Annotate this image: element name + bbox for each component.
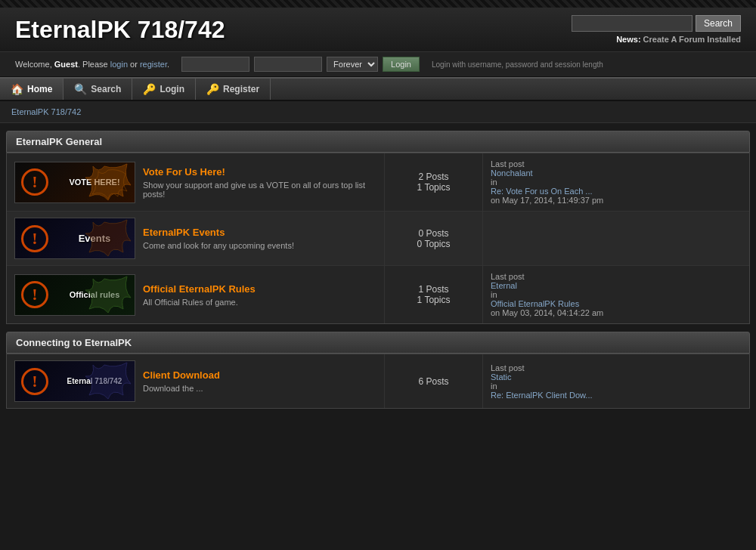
session-select[interactable]: Forever 1 Hour 1 Day xyxy=(327,57,378,72)
forum-events-cell: ! Events EternalPK Events Come and look … xyxy=(7,212,385,265)
forum-rules-lastpost: Last post Eternal in Official EternalPK … xyxy=(483,266,749,323)
client-posts: 6 Posts xyxy=(392,376,475,387)
search-icon: 🔍 xyxy=(74,83,87,95)
rules-lastpost-user: Eternal xyxy=(491,281,742,290)
forum-banner-vote: ! VOTE HERE! xyxy=(14,162,135,203)
breadcrumb: EternalPK 718/742 xyxy=(0,101,756,123)
news-label: News: xyxy=(616,35,640,44)
rules-posts: 1 Posts xyxy=(392,284,475,295)
forum-section-connecting: ! Eternal 718/742 Client Download Downlo… xyxy=(6,354,750,409)
news-text: Create A Forum Installed xyxy=(643,35,741,44)
rules-lastpost-date: on May 03, 2014, 04:14:22 am xyxy=(491,308,742,317)
forum-vote-stats: 2 Posts 1 Topics xyxy=(385,153,483,211)
login-hint: Login with username, password and sessio… xyxy=(432,60,603,69)
breadcrumb-link[interactable]: EternalPK 718/742 xyxy=(11,107,81,116)
events-posts: 0 Posts xyxy=(392,228,475,239)
forum-client-lastpost: Last post Static in Re: EternalPK Client… xyxy=(483,354,749,408)
events-decoration xyxy=(82,218,135,259)
forum-info-cell: ! VOTE HERE! Vote For Us Here! Show your… xyxy=(7,153,385,211)
forum-banner-client: ! Eternal 718/742 xyxy=(14,360,135,402)
forum-rules-stats: 1 Posts 1 Topics xyxy=(385,266,483,323)
forum-vote-title[interactable]: Vote For Us Here! xyxy=(143,166,225,178)
table-row: ! Official rules Official EternalPK Rule… xyxy=(7,266,749,323)
nav-login[interactable]: 🔑 Login xyxy=(132,79,196,100)
navbar: 🏠 Home 🔍 Search 🔑 Login 🔑 Register xyxy=(0,77,756,101)
nav-register[interactable]: 🔑 Register xyxy=(196,79,271,100)
nav-home[interactable]: 🏠 Home xyxy=(0,79,64,100)
header: EternalPK 718/742 Search News: Create A … xyxy=(0,8,756,51)
forum-rules-desc: All Official Rules of game. xyxy=(143,298,376,307)
forum-client-title[interactable]: Client Download xyxy=(143,369,220,381)
top-stripe xyxy=(0,0,756,8)
login-button[interactable]: Login xyxy=(383,57,420,72)
nav-login-label: Login xyxy=(160,84,184,94)
login-link[interactable]: login xyxy=(110,60,128,69)
header-right: Search News: Create A Forum Installed xyxy=(572,15,741,44)
forum-events-title[interactable]: EternalPK Events xyxy=(143,227,225,238)
forum-events-info: EternalPK Events Come and look for any u… xyxy=(143,227,376,250)
site-title: EternalPK 718/742 xyxy=(15,16,572,44)
vote-lastpost-date: on May 17, 2014, 11:49:37 pm xyxy=(491,196,742,205)
vote-lastpost-user: Nonchalant xyxy=(491,168,742,178)
forum-banner-events: ! Events xyxy=(14,218,135,259)
nav-search[interactable]: 🔍 Search xyxy=(64,79,132,100)
client-lastpost-title[interactable]: Re: EternalPK Client Dow... xyxy=(491,391,742,400)
forum-rules-title[interactable]: Official EternalPK Rules xyxy=(143,283,256,295)
forum-events-desc: Come and look for any upcoming events! xyxy=(143,241,376,250)
forum-rules-info: Official EternalPK Rules All Official Ru… xyxy=(143,283,376,307)
news-bar: News: Create A Forum Installed xyxy=(572,35,741,44)
password-input[interactable] xyxy=(254,57,322,72)
nav-home-label: Home xyxy=(27,84,52,94)
section-general-header: EternalPK General xyxy=(6,131,750,153)
search-bar: Search xyxy=(572,15,741,32)
login-icon: 🔑 xyxy=(143,83,156,95)
rules-decoration xyxy=(82,275,135,316)
forum-events-lastpost xyxy=(483,212,749,265)
forum-events-stats: 0 Posts 0 Topics xyxy=(385,212,483,265)
rules-topics: 1 Topics xyxy=(392,295,475,305)
forum-section-general: ! VOTE HERE! Vote For Us Here! Show your… xyxy=(6,153,750,324)
nav-register-label: Register xyxy=(223,84,259,94)
username-input[interactable] xyxy=(181,57,249,72)
forum-client-cell: ! Eternal 718/742 Client Download Downlo… xyxy=(7,354,385,408)
vote-lastpost-title[interactable]: Re: Vote For us On Each ... xyxy=(491,187,742,196)
forum-vote-lastpost: Last post Nonchalant in Re: Vote For us … xyxy=(483,153,749,211)
register-link[interactable]: register xyxy=(140,60,167,69)
forum-vote-info: Vote For Us Here! Show your support and … xyxy=(143,166,376,199)
forum-client-stats: 6 Posts xyxy=(385,354,483,408)
client-lastpost-user: Static xyxy=(491,372,742,382)
vote-topics: 1 Topics xyxy=(392,182,475,193)
login-area: Welcome, Guest. Please login or register… xyxy=(0,51,756,77)
section-connecting-header: Connecting to EternalPK xyxy=(6,332,750,354)
welcome-text: Welcome, Guest. Please login or register… xyxy=(15,60,169,69)
table-row: ! VOTE HERE! Vote For Us Here! Show your… xyxy=(7,153,749,212)
vote-decoration xyxy=(82,162,135,203)
events-topics: 0 Topics xyxy=(392,239,475,249)
forum-client-desc: Download the ... xyxy=(143,384,376,393)
search-input[interactable] xyxy=(572,15,692,32)
vote-posts: 2 Posts xyxy=(392,171,475,182)
forum-vote-desc: Show your support and give us a VOTE on … xyxy=(143,181,376,199)
rules-lastpost-title[interactable]: Official EternalPK Rules xyxy=(491,299,742,308)
client-decoration xyxy=(82,361,135,402)
forum-banner-rules: ! Official rules xyxy=(14,274,135,316)
search-button[interactable]: Search xyxy=(696,15,741,32)
register-icon: 🔑 xyxy=(206,83,219,95)
table-row: ! Events EternalPK Events Come and look … xyxy=(7,212,749,266)
forum-rules-cell: ! Official rules Official EternalPK Rule… xyxy=(7,266,385,323)
nav-search-label: Search xyxy=(91,84,121,94)
home-icon: 🏠 xyxy=(11,83,23,95)
forum-client-info: Client Download Download the ... xyxy=(143,369,376,393)
table-row: ! Eternal 718/742 Client Download Downlo… xyxy=(7,354,749,408)
